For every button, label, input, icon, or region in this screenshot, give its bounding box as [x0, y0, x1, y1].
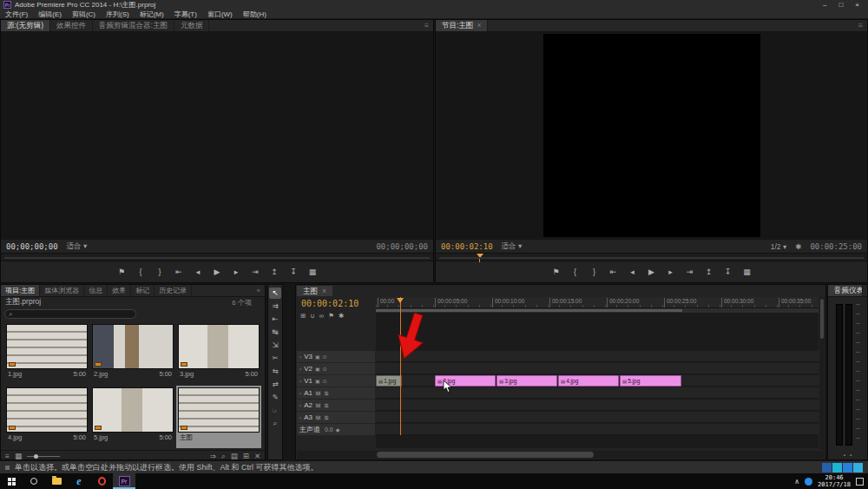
solo-button[interactable]: S: [324, 391, 329, 396]
play-button[interactable]: ▶: [646, 268, 657, 276]
go-to-in-button[interactable]: ⇤: [608, 268, 619, 276]
go-to-out-button[interactable]: ⇥: [684, 268, 695, 276]
track-visibility-icon[interactable]: ⊙: [323, 354, 327, 360]
mute-button[interactable]: M: [315, 403, 321, 408]
timeline-clip-1jpg[interactable]: ▤ 1.jpg: [376, 375, 402, 387]
selection-tool[interactable]: ↖: [269, 287, 281, 299]
track-content-v3[interactable]: [376, 351, 819, 362]
program-fit-dropdown[interactable]: 适合 ▾: [502, 241, 523, 252]
timeline-clip-3jpg[interactable]: ▤ 3.jpg: [496, 375, 557, 387]
track-content-master[interactable]: [376, 424, 819, 435]
lock-icon[interactable]: ▫: [299, 354, 301, 360]
timeline-settings-icon[interactable]: ✱: [339, 312, 344, 320]
timeline-timecode[interactable]: 00:00:02:10: [301, 299, 358, 308]
tab-audio-clip-mixer[interactable]: 音频剪辑混合器:主图: [93, 20, 174, 31]
icon-view-button[interactable]: ▦: [15, 452, 22, 460]
razor-tool[interactable]: ✂: [269, 353, 281, 364]
internet-explorer-button[interactable]: e: [68, 473, 90, 489]
tray-app-icon[interactable]: [805, 478, 812, 486]
tab-project[interactable]: 项目:主图: [1, 285, 40, 296]
project-item-5jpg[interactable]: 5.jpg5:00: [90, 386, 175, 448]
premiere-taskbar-button[interactable]: Pr: [113, 473, 135, 489]
taskbar-search-button[interactable]: [23, 473, 45, 489]
tab-source[interactable]: 源:(无剪辑): [1, 20, 50, 31]
snap-icon[interactable]: ∪: [310, 312, 315, 320]
new-bin-button[interactable]: ▤: [231, 452, 238, 461]
track-header-master[interactable]: 主声道 0.0 ◆: [297, 424, 375, 435]
tab-history[interactable]: 历史记录: [155, 285, 192, 296]
timeline-clip-5jpg[interactable]: ▤ 5.jpg: [620, 375, 681, 387]
step-back-button[interactable]: ◂: [193, 268, 204, 276]
add-marker-button[interactable]: ⚑: [550, 268, 562, 276]
lock-icon[interactable]: ▫: [299, 379, 301, 384]
capture-tool-icon-3[interactable]: [843, 463, 852, 472]
tray-expand-icon[interactable]: ∧: [794, 478, 799, 486]
tab-info[interactable]: 信息: [84, 285, 108, 296]
opera-browser-button[interactable]: [90, 473, 113, 489]
hand-tool[interactable]: ☞: [269, 405, 281, 416]
lock-icon[interactable]: ▫: [299, 391, 301, 396]
lock-icon[interactable]: ▫: [299, 403, 301, 408]
track-header-a2[interactable]: ▫ A2 M S: [297, 400, 375, 411]
pen-tool[interactable]: ✎: [269, 392, 281, 403]
overlay-capture-toolbar[interactable]: [822, 463, 863, 472]
slide-tool[interactable]: ⇄: [269, 379, 281, 390]
play-button[interactable]: ▶: [212, 268, 223, 276]
menu-window[interactable]: 窗口(W): [202, 10, 238, 19]
rate-stretch-tool[interactable]: ⇲: [269, 340, 281, 351]
rolling-edit-tool[interactable]: ↹: [269, 327, 281, 338]
panel-menu-icon[interactable]: ≡: [420, 20, 433, 31]
menu-marker[interactable]: 标记(M): [135, 10, 169, 19]
tab-program[interactable]: 节目:主图 ×: [436, 20, 488, 31]
automate-to-sequence-button[interactable]: ⇒: [210, 452, 216, 461]
track-header-v3[interactable]: ▫ V3 ▣ ⊙: [297, 351, 375, 362]
slip-tool[interactable]: ⇆: [269, 366, 281, 377]
timeline-horizontal-scrollbar[interactable]: [297, 451, 825, 459]
program-playhead[interactable]: [479, 254, 480, 262]
track-content-v2[interactable]: [376, 363, 819, 374]
close-icon[interactable]: ×: [477, 20, 481, 31]
project-search-box[interactable]: ⌕: [4, 309, 136, 319]
program-resolution-dropdown[interactable]: 1/2 ▾: [771, 242, 786, 251]
mark-out-button[interactable]: }: [155, 268, 166, 276]
track-content-a3[interactable]: [376, 412, 819, 423]
capture-tool-icon-1[interactable]: [822, 463, 832, 472]
track-header-v1[interactable]: ▫ V1 ▣ ⊙: [297, 375, 375, 387]
thumbnail-zoom-slider[interactable]: [27, 456, 60, 457]
track-header-a3[interactable]: ▫ A3 M S: [297, 412, 375, 423]
track-visibility-icon[interactable]: ⊙: [323, 366, 327, 372]
export-frame-button[interactable]: ▦: [741, 268, 753, 276]
timeline-ruler[interactable]: 00:00 00:00:05:00 00:00:10:00 00:00:15:0…: [376, 297, 819, 308]
clear-button[interactable]: ✕: [254, 452, 260, 461]
master-gain-value[interactable]: 0.0: [325, 426, 333, 433]
timeline-vertical-scrollbar[interactable]: [819, 297, 825, 450]
go-to-out-button[interactable]: ⇥: [250, 268, 261, 276]
lock-icon[interactable]: ▫: [299, 367, 301, 372]
track-target-icon[interactable]: ▣: [315, 378, 320, 384]
project-item-3jpg[interactable]: 3.jpg5:00: [176, 322, 261, 385]
capture-tool-icon-2[interactable]: [832, 463, 842, 472]
project-item-2jpg[interactable]: 2.jpg5:00: [90, 322, 175, 385]
add-marker-icon[interactable]: ⚑: [328, 312, 334, 320]
export-frame-button[interactable]: ▦: [307, 268, 319, 276]
menu-sequence[interactable]: 序列(S): [101, 10, 135, 19]
step-back-button[interactable]: ◂: [627, 268, 638, 276]
tab-audio-meters[interactable]: 音频仪表: [828, 285, 863, 296]
track-header-v2[interactable]: ▫ V2 ▣ ⊙: [297, 363, 375, 374]
track-select-forward-tool[interactable]: ⇉: [269, 301, 281, 312]
mark-out-button[interactable]: }: [589, 268, 600, 276]
step-forward-button[interactable]: ▸: [665, 268, 676, 276]
project-item-sequence-selected[interactable]: 主图: [176, 386, 261, 448]
tab-media-browser[interactable]: 媒体浏览器: [40, 285, 84, 296]
source-scrubber[interactable]: [1, 253, 433, 261]
timeline-clip-4jpg[interactable]: ▤ 4.jpg: [558, 375, 619, 387]
mark-in-button[interactable]: {: [569, 268, 581, 276]
project-item-4jpg[interactable]: 4.jpg5:00: [4, 386, 89, 448]
ripple-edit-tool[interactable]: ⇤: [269, 314, 281, 325]
close-icon[interactable]: ×: [322, 286, 326, 296]
track-visibility-icon[interactable]: ⊙: [323, 378, 327, 384]
playhead-marker-icon[interactable]: [397, 298, 404, 303]
capture-tool-icon-4[interactable]: [853, 463, 863, 472]
project-file-name[interactable]: 主图.prproj: [5, 297, 41, 307]
tab-effect-controls[interactable]: 效果控件: [50, 20, 93, 31]
